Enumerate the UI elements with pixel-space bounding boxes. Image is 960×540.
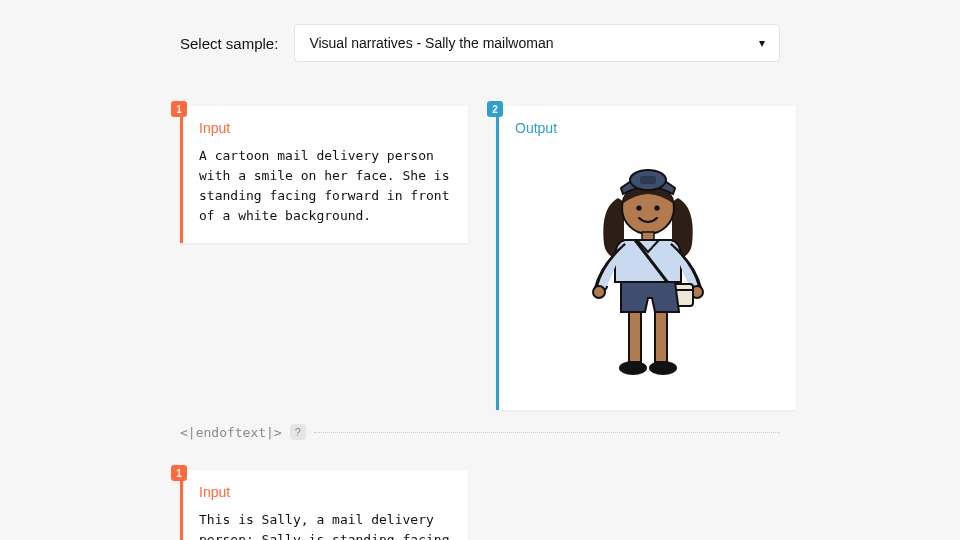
example-row-2: 1 Input This is Sally, a mail delivery p… <box>180 470 780 540</box>
output-card: 2 Output <box>496 106 796 410</box>
help-icon[interactable]: ? <box>290 424 306 440</box>
card-badge-1b: 1 <box>171 465 187 481</box>
svg-point-6 <box>593 286 605 298</box>
output-card-title: Output <box>515 120 780 136</box>
input-card-2-title: Input <box>199 484 452 500</box>
input-card-body: Input A cartoon mail delivery person wit… <box>180 106 468 243</box>
input-card-title: Input <box>199 120 452 136</box>
endoftext-token: <|endoftext|> <box>180 425 282 440</box>
separator-line <box>314 432 780 433</box>
chevron-down-icon: ▾ <box>759 36 765 50</box>
output-image-wrap <box>515 146 780 394</box>
output-card-body: Output <box>496 106 796 410</box>
input-card-2-body: Input This is Sally, a mail delivery per… <box>180 470 468 540</box>
svg-rect-10 <box>655 312 667 362</box>
input-card-text: A cartoon mail delivery person with a sm… <box>199 146 452 227</box>
input-card-2: 1 Input This is Sally, a mail delivery p… <box>180 470 468 540</box>
svg-point-11 <box>619 361 647 375</box>
input-card-2-text: This is Sally, a mail delivery person: S… <box>199 510 452 540</box>
example-row-1: 1 Input A cartoon mail delivery person w… <box>180 106 780 410</box>
sample-selector-label: Select sample: <box>180 35 278 52</box>
sample-selector-row: Select sample: Visual narratives - Sally… <box>180 24 780 62</box>
card-badge-1: 1 <box>171 101 187 117</box>
svg-point-12 <box>649 361 677 375</box>
separator-row: <|endoftext|> ? <box>180 424 780 440</box>
svg-rect-9 <box>629 312 641 362</box>
svg-point-3 <box>636 205 641 210</box>
input-card: 1 Input A cartoon mail delivery person w… <box>180 106 468 243</box>
svg-rect-2 <box>640 176 656 184</box>
sample-selector-dropdown[interactable]: Visual narratives - Sally the mailwoman … <box>294 24 780 62</box>
card-badge-2: 2 <box>487 101 503 117</box>
page-container: Select sample: Visual narratives - Sally… <box>0 0 960 540</box>
svg-rect-5 <box>642 232 654 240</box>
svg-point-4 <box>654 205 659 210</box>
mailwoman-illustration <box>573 150 723 390</box>
sample-selector-value: Visual narratives - Sally the mailwoman <box>309 35 553 51</box>
